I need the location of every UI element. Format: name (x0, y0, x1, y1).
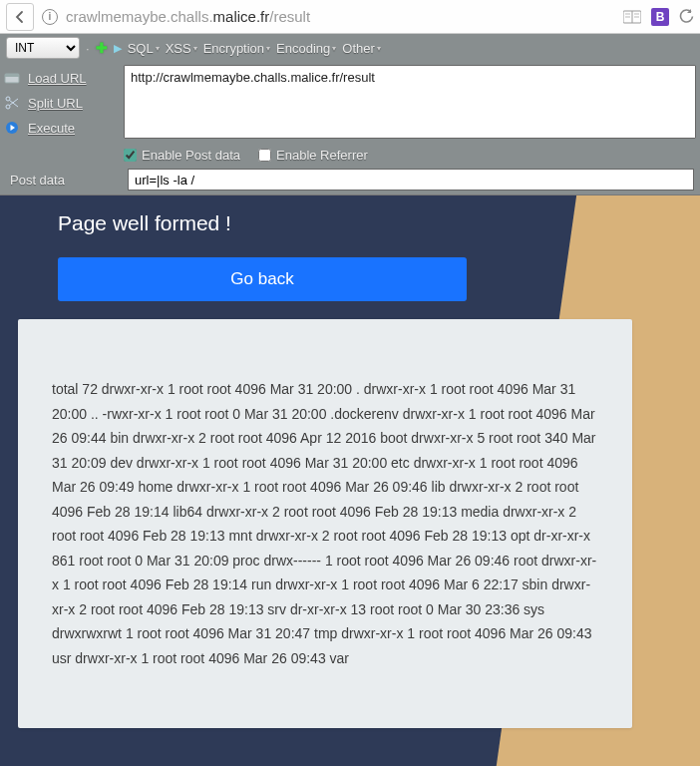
load-url-icon (4, 71, 20, 85)
site-info-icon[interactable]: i (42, 9, 58, 25)
output-card: total 72 drwxr-xr-x 1 root root 4096 Mar… (18, 319, 632, 728)
hackbar-side-actions: Load URL Split URL Execute (4, 65, 118, 139)
load-url-button[interactable]: Load URL (4, 67, 118, 89)
split-url-button[interactable]: Split URL (4, 92, 118, 114)
send-icon[interactable]: ▶ (114, 42, 122, 55)
enable-referrer-input[interactable] (258, 149, 271, 162)
enable-referrer-checkbox[interactable]: Enable Referrer (258, 148, 368, 163)
separator-icon: · (86, 41, 90, 56)
reader-mode-icon[interactable] (623, 10, 641, 24)
enable-referrer-label: Enable Referrer (276, 148, 368, 163)
reload-icon[interactable] (679, 9, 694, 24)
svg-rect-7 (5, 74, 19, 77)
back-button[interactable] (6, 3, 34, 31)
url-display[interactable]: crawlmemaybe.challs.malice.fr/result (66, 8, 615, 25)
enable-post-label: Enable Post data (142, 148, 240, 163)
back-arrow-icon (13, 10, 27, 24)
menu-other[interactable]: Other▾ (342, 41, 381, 56)
execute-label: Execute (28, 121, 75, 136)
svg-point-9 (6, 105, 10, 109)
hackbar-url-input[interactable]: http://crawlmemaybe.challs.malice.fr/res… (124, 65, 696, 139)
hackbar-menubar: INT · ✚ ▶ SQL▾ XSS▾ Encryption▾ Encoding… (0, 34, 700, 62)
enable-post-input[interactable] (124, 149, 137, 162)
browser-url-bar: i crawlmemaybe.challs.malice.fr/result B (0, 0, 700, 34)
go-back-button[interactable]: Go back (58, 257, 467, 301)
svg-point-8 (6, 97, 10, 101)
execute-button[interactable]: Execute (4, 117, 118, 139)
bootstrap-icon[interactable]: B (651, 8, 669, 26)
svg-line-11 (10, 99, 19, 106)
type-select[interactable]: INT (6, 37, 80, 59)
svg-line-10 (10, 101, 19, 108)
add-icon[interactable]: ✚ (96, 40, 108, 56)
page-viewport: Page well formed ! Go back total 72 drwx… (0, 195, 700, 766)
menu-xss[interactable]: XSS▾ (166, 41, 197, 56)
menu-sql[interactable]: SQL▾ (128, 41, 160, 56)
menu-encryption[interactable]: Encryption▾ (203, 41, 270, 56)
load-url-label: Load URL (28, 71, 87, 86)
post-data-label: Post data (10, 173, 118, 188)
play-icon (4, 121, 20, 135)
scissors-icon (4, 96, 20, 110)
command-output: total 72 drwxr-xr-x 1 root root 4096 Mar… (52, 377, 598, 670)
split-url-label: Split URL (28, 96, 83, 111)
enable-post-checkbox[interactable]: Enable Post data (124, 148, 240, 163)
menu-encoding[interactable]: Encoding▾ (276, 41, 336, 56)
hackbar-panel: INT · ✚ ▶ SQL▾ XSS▾ Encryption▾ Encoding… (0, 34, 700, 195)
page-title: Page well formed ! (58, 211, 652, 235)
post-data-input[interactable] (128, 169, 694, 191)
